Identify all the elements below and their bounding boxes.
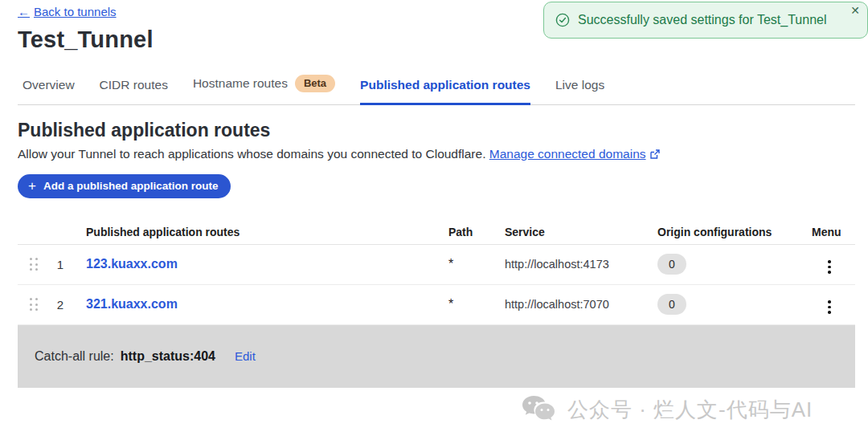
row-service: http://localhost:7070 <box>505 298 657 311</box>
beta-badge: Beta <box>295 75 335 92</box>
catch-all-value: http_status:404 <box>121 349 215 364</box>
tab-overview[interactable]: Overview <box>23 78 75 105</box>
header-path: Path <box>448 226 505 238</box>
header-menu: Menu <box>812 226 855 238</box>
manage-connected-domains-link[interactable]: Manage connected domains <box>489 147 646 161</box>
tab-bar: Overview CIDR routes Hostname routes Bet… <box>18 75 855 105</box>
kebab-menu-icon[interactable] <box>825 297 834 317</box>
toast-message: Successfully saved settings for Test_Tun… <box>578 13 827 27</box>
table-header-row: Published application routes Path Servic… <box>18 220 855 245</box>
header-routes: Published application routes <box>71 226 448 238</box>
section-description: Allow your Tunnel to reach applications … <box>18 147 855 161</box>
row-service: http://localhost:4173 <box>505 258 657 271</box>
wechat-icon <box>521 393 558 426</box>
drag-handle-icon[interactable] <box>30 298 38 311</box>
toast-success: Successfully saved settings for Test_Tun… <box>543 2 868 39</box>
row-path: * <box>448 297 505 312</box>
watermark-text: 公众号 · 烂人文-代码与AI <box>567 396 813 424</box>
kebab-menu-icon[interactable] <box>825 257 834 277</box>
check-circle-icon <box>555 13 570 27</box>
external-link-icon <box>649 149 661 160</box>
origin-config-count-badge: 0 <box>657 294 686 315</box>
origin-config-count-badge: 0 <box>657 254 686 275</box>
route-link[interactable]: 123.kuaxx.com <box>86 257 178 271</box>
table-row: 1 123.kuaxx.com * http://localhost:4173 … <box>18 245 855 285</box>
section-heading: Published application routes <box>18 120 855 141</box>
arrow-left-icon: ← <box>18 5 30 18</box>
header-service: Service <box>505 226 657 238</box>
back-link-label: Back to tunnels <box>34 5 117 18</box>
catch-all-label: Catch-all rule: <box>35 349 114 364</box>
header-origin-configurations: Origin configurations <box>657 226 812 238</box>
add-published-application-route-button[interactable]: + Add a published application route <box>18 174 231 198</box>
published-routes-table: Published application routes Path Servic… <box>18 220 855 388</box>
drag-handle-icon[interactable] <box>30 258 38 271</box>
route-link[interactable]: 321.kuaxx.com <box>86 297 178 311</box>
back-to-tunnels-link[interactable]: ← Back to tunnels <box>18 5 117 18</box>
tab-cidr-routes[interactable]: CIDR routes <box>100 78 168 105</box>
catch-all-rule-bar: Catch-all rule: http_status:404 Edit <box>18 325 855 388</box>
watermark: 公众号 · 烂人文-代码与AI <box>521 393 813 426</box>
edit-catch-all-link[interactable]: Edit <box>235 349 256 363</box>
row-path: * <box>448 257 505 271</box>
row-index: 1 <box>50 258 71 271</box>
tab-hostname-routes[interactable]: Hostname routes Beta <box>193 75 335 105</box>
close-icon[interactable]: ✕ <box>850 5 860 16</box>
plus-icon: + <box>28 179 36 193</box>
tab-live-logs[interactable]: Live logs <box>555 78 604 105</box>
tab-published-application-routes[interactable]: Published application routes <box>360 78 530 105</box>
row-index: 2 <box>50 298 71 312</box>
table-row: 2 321.kuaxx.com * http://localhost:7070 … <box>18 285 855 325</box>
